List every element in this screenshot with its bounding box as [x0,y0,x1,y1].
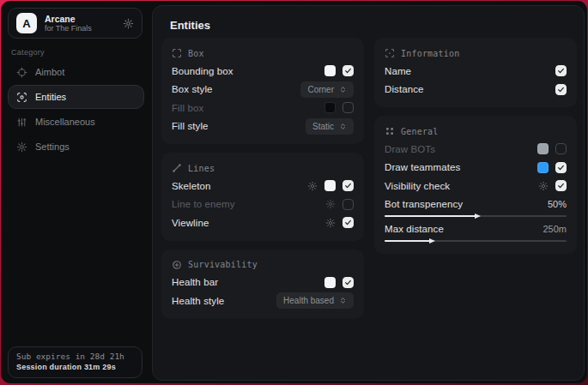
section-title: Survivability [188,260,258,269]
category-label: Category [11,48,45,57]
setting-row-bot-transparency: Bot transpenency 50% [385,196,567,220]
setting-label: Fill style [172,121,306,131]
sliders-icon [16,117,27,128]
survivability-section: Survivability Health bar Health style [161,250,364,319]
checkbox[interactable] [555,65,567,76]
box-section-header: Box [172,45,354,62]
bot-transparency-slider[interactable] [385,215,567,217]
setting-label: Draw teammates [385,162,537,172]
crosshair-icon [16,67,27,78]
setting-label: Line to enemy [172,199,325,209]
brand-subtitle: for The Finals [45,24,92,33]
page-title: Entities [170,19,210,32]
gear-icon[interactable] [325,199,336,209]
sidebar-item-label: Settings [35,141,70,152]
color-swatch[interactable] [324,180,336,191]
check-icon [344,67,352,75]
session-duration-text: Session duration 31m 29s [16,363,134,371]
sidebar-nav: Aimbot Entities Miscellaneous Settings [8,60,144,159]
sidebar-item-label: Aimbot [35,67,64,77]
checkbox[interactable] [342,217,354,228]
diagonal-line-icon [172,163,182,173]
color-swatch[interactable] [324,102,336,113]
dropdown-value: Corner [307,85,334,94]
health-cross-icon [172,260,182,270]
setting-label: Draw BOTs [385,144,537,154]
column-left: Box Bounding box Box style Cor [161,38,364,319]
gear-icon[interactable] [538,181,549,191]
lines-section: Lines Skeleton Line to enemy [161,153,364,241]
checkbox[interactable] [342,180,354,191]
sidebar-item-label: Miscellaneous [35,117,95,127]
section-title: Lines [188,164,215,173]
brand-card: A Arcane for The Finals [8,8,142,39]
check-icon [344,219,352,226]
checkbox[interactable] [555,143,567,154]
lines-section-header: Lines [172,159,354,177]
information-section: Information Name Distance [374,38,577,107]
survivability-section-header: Survivability [172,256,354,274]
box-style-dropdown[interactable]: Corner [300,81,354,98]
sidebar-item-miscellaneous[interactable]: Miscellaneous [8,110,144,134]
checkbox[interactable] [555,180,567,191]
check-icon [557,86,565,93]
sidebar-item-settings[interactable]: Settings [8,135,144,159]
main-panel: Entities Box Bounding box [152,5,585,381]
check-icon [557,164,565,171]
setting-row-health-bar: Health bar [172,274,354,292]
grid-dots-icon [385,126,395,136]
setting-label: Health bar [172,277,324,287]
setting-label: Visibility check [385,181,538,191]
slider-thumb[interactable] [429,238,435,244]
setting-row-max-distance: Max distance 250m [385,220,567,245]
sidebar-item-label: Entities [35,92,66,102]
gear-icon[interactable] [307,181,318,191]
check-icon [344,182,352,189]
section-title: General [401,127,439,136]
sidebar: A Arcane for The Finals Category Aimbot [1,1,151,383]
setting-row-box-style: Box style Corner [172,81,354,99]
setting-row-health-style: Health style Health based [172,292,354,310]
checkbox[interactable] [555,84,567,95]
setting-label: Name [385,66,555,76]
checkbox[interactable] [342,65,354,76]
section-title: Information [401,49,459,58]
checkbox[interactable] [342,277,354,288]
checkbox[interactable] [342,199,354,210]
setting-label: Health style [172,296,276,306]
sidebar-item-aimbot[interactable]: Aimbot [8,60,144,84]
sidebar-item-entities[interactable]: Entities [8,85,144,109]
color-swatch[interactable] [537,162,549,173]
chevrons-up-down-icon [339,297,347,304]
setting-row-fill-box: Fill box [172,99,354,117]
dropdown-value: Static [312,122,334,131]
brand-text: Arcane for The Finals [45,14,92,33]
setting-row-draw-teammates: Draw teammates [385,159,567,177]
slider-thumb[interactable] [475,214,481,219]
max-distance-slider[interactable] [385,240,567,242]
setting-row-draw-bots: Draw BOTs [385,140,567,159]
health-style-dropdown[interactable]: Health based [276,292,354,309]
scan-eye-icon [16,92,27,103]
checkbox[interactable] [555,162,567,173]
setting-label: Box style [172,84,300,94]
check-icon [344,279,352,286]
gear-icon[interactable] [325,218,336,228]
fill-style-dropdown[interactable]: Static [306,118,354,135]
brand-title: Arcane [45,14,92,24]
slider-value: 250m [543,224,567,234]
setting-row-distance: Distance [385,81,567,99]
setting-row-bounding-box: Bounding box [172,62,354,81]
setting-label: Bounding box [172,66,324,76]
box-corners-icon [172,48,182,58]
column-right: Information Name Distance [374,38,577,254]
gear-icon[interactable] [123,18,134,29]
color-swatch[interactable] [537,143,549,154]
setting-row-visibility-check: Visibility check [385,177,567,196]
information-section-header: Information [385,45,567,62]
checkbox[interactable] [342,102,354,113]
cheat-menu-window: A Arcane for The Finals Category Aimbot [1,1,587,383]
slider-value: 50% [548,199,567,209]
color-swatch[interactable] [324,277,336,288]
color-swatch[interactable] [324,65,336,76]
